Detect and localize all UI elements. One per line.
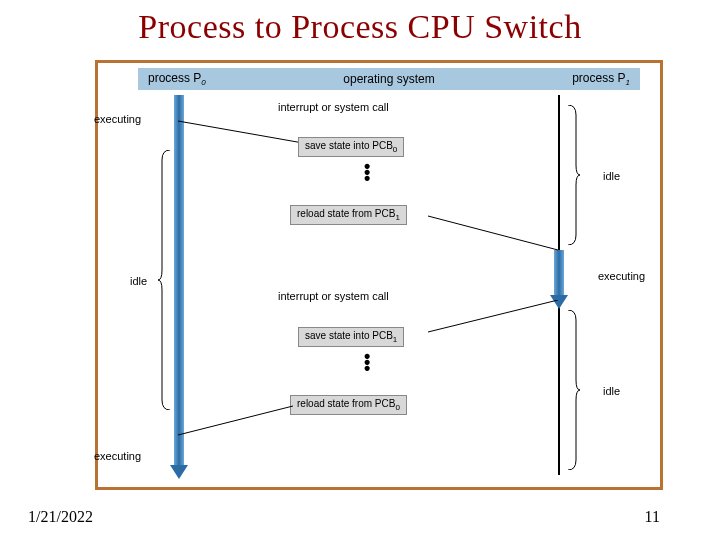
p0-idle-brace	[158, 150, 172, 410]
box-reload-pcb1: reload state from PCB1	[290, 205, 407, 225]
interrupt-label-2: interrupt or system call	[278, 290, 389, 302]
p1-idle-bottom-label: idle	[603, 385, 620, 397]
p1-idle-top-brace	[568, 105, 582, 245]
header-process-p0: process P0	[148, 71, 206, 87]
p0-executing-top-label: executing	[94, 113, 141, 125]
slide-title: Process to Process CPU Switch	[0, 0, 720, 46]
p1-executing-label: executing	[598, 270, 645, 282]
svg-line-3	[178, 406, 293, 435]
p0-executing-bottom-label: executing	[94, 450, 141, 462]
box-save-pcb0: save state into PCB0	[298, 137, 404, 157]
svg-line-0	[178, 121, 303, 143]
ellipsis-1: •••	[364, 163, 370, 181]
p1-idle-bottom-brace	[568, 310, 582, 470]
diagram-area: interrupt or system call save state into…	[98, 95, 660, 487]
connector-p0-to-save0	[178, 117, 318, 147]
diagram-frame: process P0 operating system process P1 i…	[95, 60, 663, 490]
header-os: operating system	[343, 72, 434, 86]
p0-idle-label: idle	[130, 275, 147, 287]
p0-arrow-top-head	[170, 465, 188, 479]
interrupt-label-1: interrupt or system call	[278, 101, 389, 113]
svg-line-2	[428, 300, 558, 332]
column-header-band: process P0 operating system process P1	[138, 68, 640, 90]
connector-p1-to-save1	[428, 300, 563, 340]
p1-arrow-mid	[554, 250, 564, 295]
box-reload-pcb0: reload state from PCB0	[290, 395, 407, 415]
ellipsis-2: •••	[364, 353, 370, 371]
header-process-p1: process P1	[572, 71, 630, 87]
connector-reload0-to-p0	[178, 400, 298, 440]
svg-line-1	[428, 216, 558, 250]
footer-date: 1/21/2022	[28, 508, 93, 526]
connector-reload1-to-p1	[428, 210, 563, 255]
box-save-pcb1: save state into PCB1	[298, 327, 404, 347]
p1-idle-top-label: idle	[603, 170, 620, 182]
footer-page-number: 11	[645, 508, 660, 526]
